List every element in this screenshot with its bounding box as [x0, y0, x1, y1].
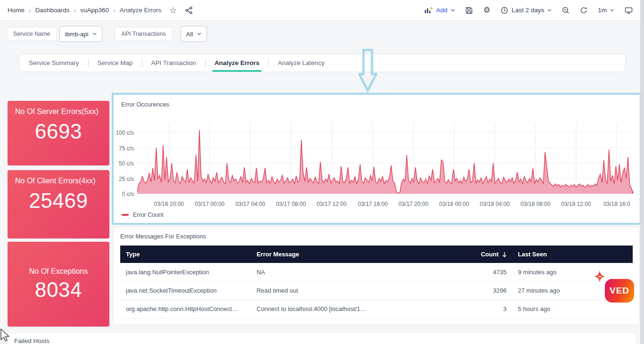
x-axis-tick: 03/18 12:00 — [561, 201, 591, 207]
exceptions-title: No Of Exceptions — [8, 267, 109, 277]
tab-analyze-latency[interactable]: Analyze Latency — [269, 54, 333, 72]
column-header-error-message[interactable]: Error Message — [251, 246, 469, 263]
favorite-star-icon[interactable]: ☆ — [169, 6, 177, 15]
refresh-interval-picker[interactable]: 1m — [598, 7, 614, 14]
zoom-out-icon[interactable] — [562, 7, 570, 14]
chevron-down-icon — [610, 9, 614, 12]
service-name-label-chip: Service Name — [7, 27, 57, 41]
toolbar: Add ⚙ Last 2 days — [424, 6, 633, 14]
cell-type: org.apache.http.conn.HttpHostConnect… — [120, 300, 251, 318]
api-transactions-label-chip: API Transactions — [115, 27, 173, 41]
fullscreen-monitor-icon[interactable] — [625, 7, 633, 14]
x-axis-tick: 03/17 20:00 — [398, 201, 428, 207]
exceptions-table: Type Error Message Count Last Seen — [120, 246, 633, 319]
api-transactions-dropdown[interactable]: All — [181, 26, 207, 42]
tab-service-summary[interactable]: Service Summary — [20, 54, 88, 72]
cell-error-message: Connect to localhost:4000 [localhost/1… — [251, 300, 469, 318]
time-range-value: Last 2 days — [512, 7, 544, 14]
client-errors-title: No Of Client Errors(4xx) — [8, 170, 109, 186]
save-icon[interactable] — [465, 7, 473, 14]
refresh-icon[interactable] — [580, 7, 587, 14]
x-axis-tick: 03/17 16:00 — [358, 201, 388, 207]
tab-api-transaction[interactable]: API Transaction — [143, 54, 205, 72]
chevron-down-icon — [451, 9, 455, 12]
column-header-last-seen[interactable]: Last Seen — [512, 246, 633, 263]
refresh-interval-value: 1m — [598, 7, 607, 14]
legend-swatch-icon — [122, 214, 129, 216]
x-axis-tick: 03/17 04:00 — [235, 201, 265, 207]
tab-analyze-errors[interactable]: Analyze Errors — [206, 54, 268, 72]
tab-separator — [142, 59, 142, 67]
y-axis-tick: 25 c/s — [119, 176, 134, 182]
failed-hosts-title: Failed Hosts — [14, 337, 50, 344]
x-axis-tick: 03/18 08:00 — [520, 201, 550, 207]
filter-bar: Service Name ibmb-api API Transactions A… — [7, 26, 207, 42]
breadcrumb-chevron-icon: › — [29, 7, 31, 14]
settings-gear-icon[interactable]: ⚙ — [483, 6, 490, 14]
time-range-picker[interactable]: Last 2 days — [501, 7, 552, 14]
vertical-scrollbar[interactable] — [640, 0, 644, 344]
table-row[interactable]: java.net.SocketTimeoutException Read tim… — [120, 281, 633, 300]
x-axis-tick: 03/18 16:0 — [603, 201, 630, 207]
tab-separator — [205, 59, 206, 67]
cell-type: java.lang.NullPointerException — [120, 263, 251, 281]
add-panel-button[interactable]: Add — [424, 7, 455, 14]
cell-error-message: NA — [251, 263, 469, 281]
tab-bar: Service Summary Service Map API Transact… — [19, 54, 626, 72]
cell-count: 3296 — [469, 281, 512, 300]
y-axis-tick: 50 c/s — [119, 160, 134, 167]
breadcrumb-current-page: Analyze Errors — [120, 7, 162, 14]
x-axis-tick: 03/18 04:00 — [480, 201, 510, 207]
server-errors-card: No Of Server Errors(5xx) 6693 — [8, 101, 109, 165]
service-name-dropdown[interactable]: ibmb-api — [59, 26, 103, 42]
x-axis-tick: 03/17 00:00 — [195, 201, 224, 207]
error-chart-xaxis: 03/16 20:0003/17 00:0003/17 04:0003/17 0… — [137, 201, 633, 208]
add-label: Add — [436, 7, 447, 14]
breadcrumb-dashboards[interactable]: Dashboards — [35, 7, 70, 14]
count-header-label: Count — [481, 251, 499, 258]
sort-descending-icon — [502, 252, 507, 257]
table-row[interactable]: java.lang.NullPointerException NA 4735 9… — [120, 263, 633, 281]
error-count-area — [137, 130, 633, 194]
server-errors-value: 6693 — [8, 120, 109, 143]
ved-logo-text: VED — [610, 286, 629, 296]
y-axis-tick: 75 c/s — [119, 145, 134, 152]
error-chart-plot[interactable] — [137, 123, 633, 198]
chevron-down-icon — [92, 33, 97, 35]
x-axis-tick: 03/18 00:00 — [439, 201, 469, 207]
server-errors-title: No Of Server Errors(5xx) — [8, 101, 109, 117]
legend-label: Error Count — [133, 212, 164, 218]
error-occurrences-title: Error Occurences — [114, 95, 640, 108]
tab-service-map[interactable]: Service Map — [89, 54, 141, 72]
y-axis-tick: 100 c/s — [116, 130, 134, 136]
mouse-cursor — [0, 328, 10, 343]
top-bar: Home › Dashboards › vuApp360 › Analyze E… — [0, 0, 644, 21]
error-chart-yaxis: 100 c/s75 c/s50 c/s25 c/s0 c/s — [114, 123, 137, 198]
client-errors-card: No Of Client Errors(4xx) 25469 — [8, 170, 109, 238]
error-occurrences-panel: Error Occurences 100 c/s75 c/s50 c/s25 c… — [112, 93, 642, 225]
share-icon[interactable] — [185, 7, 193, 14]
chevron-down-icon — [547, 9, 552, 12]
cell-error-message: Read timed out — [251, 281, 469, 300]
exceptions-value: 8034 — [8, 278, 109, 302]
column-header-type[interactable]: Type — [120, 246, 251, 263]
breadcrumb-home[interactable]: Home — [8, 7, 25, 14]
breadcrumb-vuapp360[interactable]: vuApp360 — [80, 7, 109, 14]
table-row[interactable]: org.apache.http.conn.HttpHostConnect… Co… — [120, 300, 633, 318]
ved-logo: VED — [605, 279, 634, 303]
chart-wrap: 100 c/s75 c/s50 c/s25 c/s0 c/s — [114, 123, 640, 198]
analyze-errors-dashboard: Home › Dashboards › vuApp360 › Analyze E… — [0, 0, 644, 344]
clock-icon — [501, 7, 508, 14]
table-header-row: Type Error Message Count Last Seen — [120, 246, 633, 263]
column-header-count[interactable]: Count — [469, 246, 512, 263]
breadcrumb: Home › Dashboards › vuApp360 › Analyze E… — [8, 6, 193, 15]
exceptions-card: No Of Exceptions 8034 — [8, 242, 109, 327]
tab-separator — [268, 59, 269, 67]
error-messages-title: Error Messages For Exceptions — [120, 233, 633, 240]
sparkle-icon — [592, 270, 608, 287]
legend-error-count[interactable]: Error Count — [122, 212, 640, 218]
error-occurrences-chart[interactable] — [137, 123, 633, 198]
failed-hosts-panel: Failed Hosts — [8, 332, 636, 344]
service-name-value: ibmb-api — [65, 31, 89, 38]
api-transactions-value: All — [186, 31, 193, 38]
